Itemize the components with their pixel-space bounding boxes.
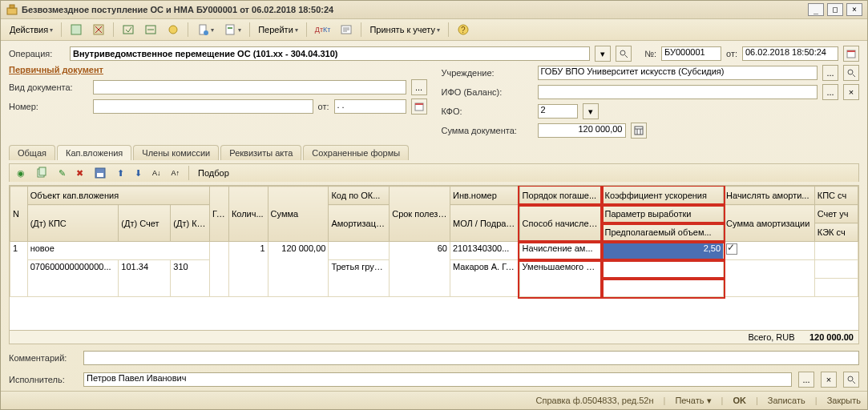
col-predpol[interactable]: Предполагаемый объем... (602, 223, 724, 242)
grid-edit-button[interactable]: ✎ (55, 166, 70, 181)
col-sposob[interactable]: Способ начисления ... (519, 205, 602, 242)
number-field[interactable] (93, 99, 313, 114)
col-koef[interactable]: Коэффициент ускорения (602, 187, 724, 205)
col-object[interactable]: Объект кап.вложения (27, 187, 209, 205)
col-schetuch[interactable]: Счет уч (814, 205, 858, 223)
operation-search-button[interactable] (616, 46, 632, 62)
tb-icon-7[interactable]: ▾ (220, 21, 245, 38)
grid-table[interactable]: N Объект кап.вложения Г. у.. Колич... Су… (10, 186, 858, 297)
table-row[interactable]: 1 новое 1 120 000,00 60 2101340300... На… (10, 242, 858, 260)
executor-clear-button[interactable]: × (821, 372, 837, 388)
svg-rect-1 (10, 5, 14, 8)
col-poryadok[interactable]: Порядок погаше... (519, 187, 602, 205)
docsum-calc-button[interactable] (631, 123, 647, 139)
col-n[interactable]: N (10, 187, 28, 242)
col-sum[interactable]: Сумма (268, 187, 329, 242)
svg-rect-2 (71, 25, 81, 34)
grid-copy-button[interactable] (31, 164, 52, 182)
doc-type-field[interactable] (93, 80, 406, 94)
grid-sort-desc-button[interactable]: A↑ (168, 167, 184, 179)
executor-select-button[interactable]: ... (798, 372, 814, 388)
app-icon (6, 3, 18, 16)
grid-add-button[interactable]: ◉ (13, 166, 29, 181)
kfo-dd-button[interactable]: ▾ (583, 103, 599, 119)
number-from-label: от: (318, 102, 329, 111)
tab-savedforms[interactable]: Сохраненные формы (303, 145, 409, 160)
tab-act[interactable]: Реквизиты акта (220, 145, 301, 160)
col-nachisl[interactable]: Начислять аморти... (724, 187, 815, 205)
tab-general[interactable]: Общая (9, 145, 55, 160)
tb-icon-8[interactable] (336, 21, 357, 38)
org-select-button[interactable]: ... (822, 65, 838, 81)
number-label: Номер: (9, 102, 85, 111)
actions-menu[interactable]: Действия▾ (6, 22, 57, 37)
tab-commission[interactable]: Члены комиссии (133, 145, 219, 160)
col-okof[interactable]: Код по ОК... (329, 187, 390, 205)
org-field[interactable]: ГОБУ ВПО Университет искусств (Субсидия) (538, 66, 818, 80)
col-dtkps[interactable]: (Дт) КПС (27, 205, 119, 242)
tb-icon-2[interactable] (88, 21, 109, 38)
kfo-label: КФО: (442, 107, 530, 116)
tb-icon-6[interactable]: ▾ (192, 21, 218, 38)
operation-row: Операция: Внутриведомственное перемещени… (9, 46, 859, 62)
help-icon[interactable]: ? (453, 21, 474, 38)
svg-rect-9 (226, 25, 234, 34)
kfo-field[interactable]: 2 (538, 104, 578, 119)
close-link[interactable]: Закрыть (827, 396, 861, 405)
tb-icon-3[interactable] (118, 21, 139, 38)
ifo-select-button[interactable]: ... (822, 84, 838, 100)
operation-label: Операция: (9, 49, 65, 58)
close-button[interactable]: × (846, 3, 862, 16)
col-kek-sch[interactable]: КЭК сч (814, 223, 858, 242)
num-field[interactable]: БУ000001 (661, 46, 721, 61)
col-kps-sch[interactable]: КПС сч (814, 187, 858, 205)
date-field[interactable]: 06.02.2018 18:50:24 (742, 46, 838, 61)
print-button[interactable]: Печать ▾ (675, 396, 711, 406)
col-param[interactable]: Параметр выработки (602, 205, 724, 223)
col-gu[interactable]: Г. у.. (210, 187, 229, 242)
help-link[interactable]: Справка ф.0504833, ред.52н (536, 396, 654, 405)
operation-dd-button[interactable]: ▾ (595, 46, 611, 62)
col-amortgrp[interactable]: Амортизац. группа (329, 205, 390, 242)
doc-type-select-button[interactable]: ... (411, 79, 427, 95)
docsum-field[interactable]: 120 000,00 (538, 123, 626, 138)
comment-field[interactable] (83, 351, 859, 365)
col-dtkek[interactable]: (Дт) КЭК (171, 205, 210, 242)
calendar-button[interactable] (843, 46, 859, 62)
operation-combo[interactable]: Внутриведомственное перемещение ОС (101.… (70, 46, 590, 61)
grid-sort-asc-button[interactable]: A↓ (148, 167, 165, 179)
ok-button[interactable]: OK (733, 396, 746, 405)
col-mol[interactable]: МОЛ / Подразделе... (450, 205, 519, 242)
col-srok[interactable]: Срок полезн. исполь... (390, 187, 450, 242)
number-from-cal-button[interactable] (411, 98, 427, 115)
maximize-button[interactable]: □ (827, 3, 843, 16)
grid-down-button[interactable]: ⬇ (131, 166, 146, 181)
col-sumamort[interactable]: Сумма амортизации (724, 205, 815, 242)
org-search-button[interactable] (843, 65, 859, 81)
accept-button[interactable]: Принять к учету▾ (365, 22, 444, 37)
save-button[interactable]: Записать (768, 396, 805, 405)
goto-menu[interactable]: Перейти▾ (254, 22, 302, 37)
ifo-field[interactable] (538, 85, 818, 99)
grid-podbor-button[interactable]: Подбор (194, 166, 233, 180)
tb-icon-1[interactable] (66, 21, 87, 38)
svg-text:?: ? (461, 26, 466, 34)
executor-search-button[interactable] (843, 372, 859, 388)
executor-field[interactable]: Петров Павел Иванович (83, 372, 792, 387)
grid: N Объект кап.вложения Г. у.. Колич... Су… (9, 185, 859, 344)
col-inv[interactable]: Инв.номер (450, 187, 519, 205)
koef-cell-selected[interactable]: 2,50 (602, 242, 724, 260)
tb-icon-4[interactable] (140, 21, 161, 38)
svg-rect-29 (97, 173, 103, 177)
tab-capinvest[interactable]: Кап.вложения (57, 145, 131, 160)
grid-up-button[interactable]: ⬆ (113, 166, 128, 181)
tb-icon-5[interactable] (163, 21, 184, 38)
col-qty[interactable]: Колич... (228, 187, 268, 242)
minimize-button[interactable]: _ (808, 3, 824, 16)
grid-delete-button[interactable]: ✖ (72, 166, 87, 181)
number-from-field[interactable]: . . (334, 99, 406, 114)
col-dtschet[interactable]: (Дт) Счет (119, 205, 171, 242)
grid-save-button[interactable] (90, 164, 111, 182)
tb-icon-dtkt[interactable]: ДтКт (311, 23, 335, 36)
ifo-clear-button[interactable]: × (843, 84, 859, 100)
